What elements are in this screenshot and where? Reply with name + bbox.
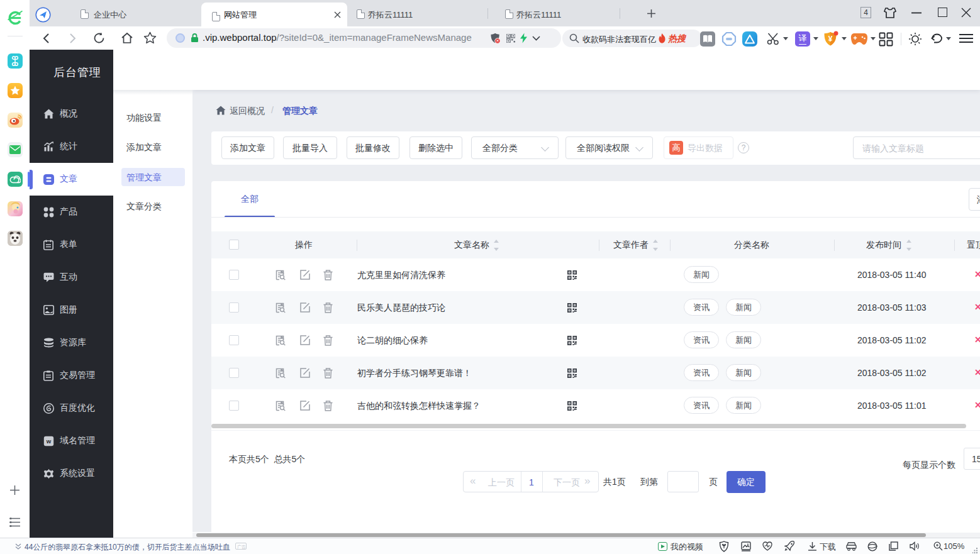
svg-text:¥: ¥ (828, 35, 833, 43)
svg-text:w: w (46, 438, 52, 445)
